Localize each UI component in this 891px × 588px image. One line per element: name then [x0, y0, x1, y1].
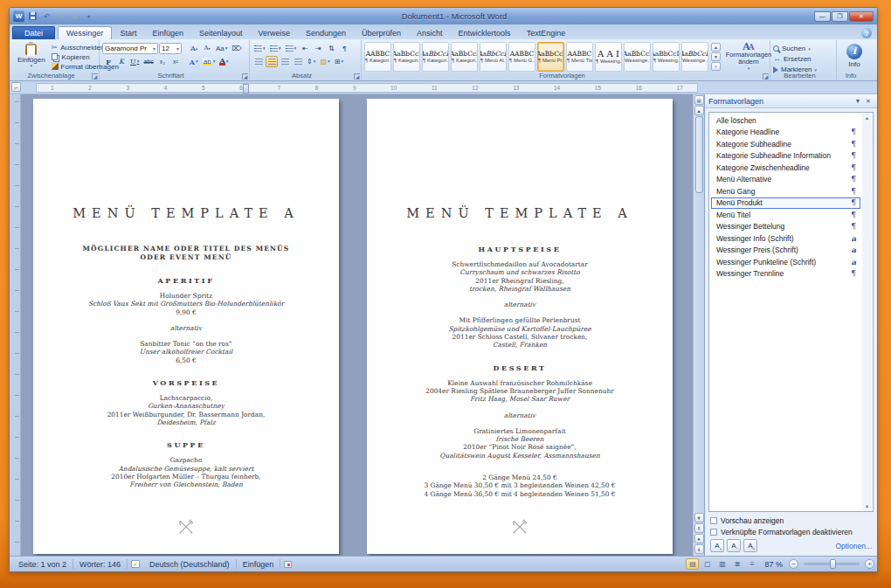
save-icon[interactable] — [27, 10, 38, 22]
font-color-button[interactable]: A▾ — [218, 56, 230, 67]
word-logo-icon[interactable]: W — [13, 10, 24, 22]
clipboard-dialog-launcher[interactable]: ◢ — [92, 73, 98, 80]
justify-button[interactable] — [292, 56, 304, 67]
tab-textengine[interactable]: TextEngine — [519, 27, 574, 39]
document-area[interactable]: MENÜ TEMPLATE A MÖGLICHER NAME ODER TITE… — [21, 94, 693, 556]
numbering-button[interactable]: ▾ — [268, 43, 283, 54]
preview-checkbox[interactable] — [710, 517, 717, 524]
font-dialog-launcher[interactable]: ◢ — [242, 73, 248, 80]
shading-button[interactable]: ▨▾ — [318, 56, 331, 67]
list-scroll-up-icon[interactable]: ▲ — [865, 114, 869, 121]
style-list-item[interactable]: Menü Gang ¶ — [711, 185, 860, 197]
new-style-button[interactable]: A+ — [710, 539, 724, 552]
font-size-combobox[interactable]: 12▾ — [159, 43, 182, 54]
borders-button[interactable]: ⊞▾ — [333, 56, 345, 67]
scrollbar-thumb[interactable] — [695, 116, 703, 193]
scroll-down-icon[interactable]: ▼ — [694, 513, 704, 522]
underline-button[interactable]: U▾ — [128, 56, 142, 67]
style-list-item[interactable]: Kategorie Subheadline ¶ — [711, 138, 860, 150]
style-gallery-item[interactable]: AaBbCcD ¶ Wessing... — [653, 42, 680, 72]
word-count[interactable]: Wörter: 146 — [73, 560, 127, 569]
style-list-item[interactable]: Wessinger Bettelung ¶ — [711, 221, 860, 233]
style-inspector-button[interactable]: A○ — [727, 539, 741, 552]
align-left-button[interactable] — [252, 56, 265, 67]
help-icon[interactable]: ? — [861, 28, 872, 38]
maximize-button[interactable]: ❐ — [832, 11, 848, 22]
indent-marker[interactable] — [243, 84, 249, 93]
pane-options-chevron-icon[interactable]: ▼ — [853, 96, 863, 107]
line-spacing-button[interactable]: ⇕▾ — [305, 56, 317, 67]
pane-close-icon[interactable]: ✕ — [863, 96, 874, 107]
style-list-item[interactable]: Menü Alternative ¶ — [711, 174, 860, 186]
find-button[interactable]: Suchen▾ — [773, 44, 833, 53]
style-list-item[interactable]: Menü Titel ¶ — [711, 209, 860, 221]
browse-object-icon[interactable]: ● — [694, 534, 704, 543]
document-page-2[interactable]: MENÜ TEMPLATE A HAUPTSPEISESchwertfischm… — [367, 99, 673, 554]
manage-styles-button[interactable]: A✎ — [743, 539, 757, 552]
linked-styles-checkbox-row[interactable]: Verknüpfte Formatvorlagen deaktivieren — [710, 528, 872, 536]
paste-button[interactable]: Einfügen ▾ — [13, 42, 50, 71]
style-gallery-item[interactable]: AABBC ¶ Menü G... — [508, 42, 535, 72]
list-scroll-down-icon[interactable]: ▼ — [865, 502, 869, 510]
vertical-ruler[interactable] — [10, 94, 21, 556]
preview-checkbox-row[interactable]: Vorschau anzeigen — [710, 516, 872, 525]
styles-options-link[interactable]: Optionen... — [835, 542, 872, 550]
tab-einfuegen[interactable]: Einfügen — [144, 27, 191, 39]
style-list-item[interactable]: Menü Produkt ¶ — [711, 197, 860, 210]
tab-start[interactable]: Start — [112, 27, 144, 39]
style-gallery-item[interactable]: AaBbCcI ¶ Kategori... — [451, 42, 478, 72]
grow-font-button[interactable]: A▴ — [188, 43, 200, 54]
close-button[interactable]: ✕ — [849, 11, 874, 22]
align-center-button[interactable] — [266, 56, 278, 67]
style-list-item[interactable]: Alle löschen — [711, 114, 860, 127]
print-layout-view-button[interactable]: ▤ — [686, 558, 699, 570]
change-styles-button[interactable]: AA Formatvorlagen ändern ▾ — [723, 42, 774, 71]
style-gallery-item[interactable]: AABBC ¶ Menü Titel — [566, 42, 593, 72]
draft-view-button[interactable]: ≡ — [745, 558, 758, 570]
style-gallery-item[interactable]: AaBbCcD Wessinge... — [681, 42, 708, 72]
strikethrough-button[interactable]: abc — [142, 56, 155, 67]
bold-button[interactable]: F — [102, 56, 114, 67]
style-gallery-item[interactable]: AaBbCcD ¶ Menü Al... — [480, 42, 507, 72]
styles-pane-header[interactable]: Formatvorlagen ▼ ✕ — [705, 94, 877, 108]
decrease-indent-button[interactable]: ⇤ — [299, 43, 311, 54]
paragraph-dialog-launcher[interactable]: ◢ — [354, 73, 360, 80]
style-gallery-item[interactable]: AaBbCcI ¶ Menü Pr... — [537, 42, 564, 72]
style-list-item[interactable]: Wessinger Preis (Schrift) a — [711, 245, 860, 257]
styles-dialog-launcher[interactable]: ◢ — [763, 73, 769, 80]
show-paragraph-marks-button[interactable]: ¶ — [338, 43, 350, 54]
highlight-color-button[interactable]: ab▾ — [201, 56, 218, 67]
macro-record-icon[interactable] — [284, 561, 292, 568]
style-gallery-item[interactable]: AaBbCcI ¶ Kategori... — [393, 42, 420, 72]
web-layout-view-button[interactable]: ▥ — [715, 558, 729, 570]
document-page-1[interactable]: MENÜ TEMPLATE A MÖGLICHER NAME ODER TITE… — [33, 99, 339, 554]
tab-sendungen[interactable]: Sendungen — [298, 27, 354, 39]
style-list-item[interactable]: Wessinger Trennline ¶ — [711, 268, 860, 280]
next-page-icon[interactable]: ⇟ — [694, 544, 704, 554]
minimize-button[interactable]: — — [814, 11, 831, 22]
align-right-button[interactable] — [279, 56, 291, 67]
replace-button[interactable]: ↔Ersetzen — [773, 54, 833, 64]
style-list-item[interactable]: Kategorie Headline ¶ — [711, 127, 860, 139]
email-icon[interactable]: ✉ — [69, 10, 80, 22]
style-list-item[interactable]: Kategorie Zwischenheadline ¶ — [711, 162, 860, 174]
tab-stop-selector[interactable]: ⌐ — [11, 82, 21, 92]
italic-button[interactable]: K — [115, 56, 128, 67]
superscript-button[interactable]: x² — [169, 56, 182, 67]
text-effects-button[interactable]: A▾ — [188, 56, 200, 67]
zoom-out-icon[interactable]: − — [789, 559, 798, 569]
redo-icon[interactable]: ↷ — [55, 10, 66, 22]
gallery-scroll-down-icon[interactable]: ▼ — [711, 52, 721, 61]
customize-quick-access-icon[interactable]: ▾ — [83, 10, 94, 22]
language-indicator[interactable]: Deutsch (Deutschland) — [143, 560, 236, 569]
tab-entwicklertools[interactable]: Entwicklertools — [451, 27, 519, 39]
font-name-combobox[interactable]: Garamond Pr▾ — [102, 43, 158, 54]
sort-button[interactable]: ⇅ — [325, 43, 337, 54]
shrink-font-button[interactable]: A▾ — [201, 43, 213, 54]
tab-ueberpruefen[interactable]: Überprüfen — [354, 27, 409, 39]
info-button[interactable]: i Info — [842, 42, 867, 71]
tab-verweise[interactable]: Verweise — [250, 27, 298, 39]
style-list-item[interactable]: Wessinger Info (Schrift) a — [711, 232, 860, 245]
gallery-scroll-up-icon[interactable]: ▲ — [711, 43, 721, 52]
multilevel-list-button[interactable]: ▾ — [284, 43, 299, 54]
